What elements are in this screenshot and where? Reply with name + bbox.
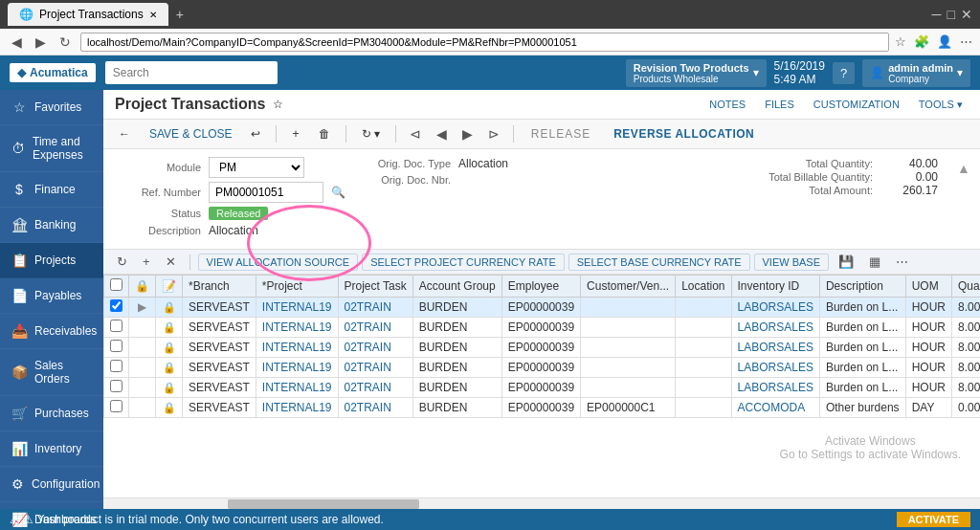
row-project[interactable]: INTERNAL19 xyxy=(256,318,338,338)
undo-button[interactable]: ↩ xyxy=(243,124,268,144)
new-tab-button[interactable]: + xyxy=(176,7,184,22)
first-record-button[interactable]: ⊲ xyxy=(404,123,427,144)
tab-close-button[interactable]: ✕ xyxy=(149,10,157,20)
row-task[interactable]: 02TRAIN xyxy=(338,378,412,398)
row-checkbox[interactable] xyxy=(110,380,122,392)
row-checkbox-cell[interactable] xyxy=(104,378,129,398)
refresh-button[interactable]: ↻ ▾ xyxy=(354,124,388,144)
col-header-task[interactable]: Project Task xyxy=(338,276,412,298)
back-nav-button[interactable]: ← xyxy=(111,124,138,144)
ref-number-search-icon[interactable]: 🔍 xyxy=(331,186,345,199)
project-currency-rate-button[interactable]: SELECT PROJECT CURRENCY RATE xyxy=(362,254,565,271)
search-input[interactable] xyxy=(105,61,278,84)
sidebar-item-configuration[interactable]: ⚙ Configuration xyxy=(0,467,103,502)
activate-button[interactable]: ACTIVATE xyxy=(897,512,970,527)
row-project[interactable]: INTERNAL19 xyxy=(256,398,338,418)
row-inventory[interactable]: LABORSALES xyxy=(731,338,819,358)
more-options-icon[interactable]: ⋯ xyxy=(890,253,914,271)
prev-record-button[interactable]: ◀ xyxy=(431,123,453,144)
table-row[interactable]: 🔒 SERVEAST INTERNAL19 02TRAIN BURDEN EP0… xyxy=(104,338,981,358)
row-checkbox-cell[interactable] xyxy=(104,398,129,418)
row-task[interactable]: 02TRAIN xyxy=(338,338,412,358)
table-row[interactable]: 🔒 SERVEAST INTERNAL19 02TRAIN BURDEN EP0… xyxy=(104,318,981,338)
row-checkbox-cell[interactable] xyxy=(104,318,129,338)
sidebar-item-time-expenses[interactable]: ⏱ Time and Expenses xyxy=(0,125,103,172)
row-checkbox[interactable] xyxy=(110,340,122,352)
col-header-customer[interactable]: Customer/Ven... xyxy=(581,276,676,298)
table-row[interactable]: 🔒 SERVEAST INTERNAL19 02TRAIN BURDEN EP0… xyxy=(104,398,981,418)
col-header-inventory[interactable]: Inventory ID xyxy=(731,276,819,298)
row-inventory[interactable]: LABORSALES xyxy=(731,358,819,378)
row-checkbox-cell[interactable] xyxy=(104,298,129,318)
address-bar[interactable] xyxy=(80,33,889,52)
tools-button[interactable]: TOOLS ▾ xyxy=(913,97,969,113)
save-close-button[interactable]: SAVE & CLOSE xyxy=(142,124,239,144)
reverse-allocation-button[interactable]: REVERSE ALLOCATION xyxy=(604,124,764,144)
profile-icon[interactable]: 👤 xyxy=(937,34,952,49)
user-menu[interactable]: 👤 admin admin Company ▾ xyxy=(862,59,970,87)
col-header-employee[interactable]: Employee xyxy=(501,276,580,298)
row-checkbox[interactable] xyxy=(110,299,122,312)
row-checkbox-cell[interactable] xyxy=(104,338,129,358)
row-expand-cell[interactable] xyxy=(129,378,156,398)
sidebar-item-sales-orders[interactable]: 📦 Sales Orders xyxy=(0,349,103,396)
col-header-description[interactable]: Description xyxy=(819,276,905,298)
row-task[interactable]: 02TRAIN xyxy=(338,398,412,418)
col-header-account-group[interactable]: Account Group xyxy=(412,276,501,298)
row-task[interactable]: 02TRAIN xyxy=(338,298,412,318)
last-record-button[interactable]: ⊳ xyxy=(482,123,505,144)
table-row[interactable]: 🔒 SERVEAST INTERNAL19 02TRAIN BURDEN EP0… xyxy=(104,358,981,378)
add-button[interactable]: + xyxy=(284,124,306,144)
sidebar-item-finance[interactable]: $ Finance xyxy=(0,172,103,208)
sidebar-item-favorites[interactable]: ☆ Favorites xyxy=(0,90,103,125)
extensions-icon[interactable]: 🧩 xyxy=(914,34,929,49)
table-row[interactable]: 🔒 SERVEAST INTERNAL19 02TRAIN BURDEN EP0… xyxy=(104,378,981,398)
row-expand-cell[interactable]: ▶ xyxy=(129,298,156,318)
col-header-quantity[interactable]: Quantit xyxy=(951,276,980,298)
grid-view-icon[interactable]: ▦ xyxy=(863,253,886,271)
sidebar-item-payables[interactable]: 📄 Payables xyxy=(0,278,103,314)
row-inventory[interactable]: LABORSALES xyxy=(731,378,819,398)
sidebar-item-projects[interactable]: 📋 Projects xyxy=(0,243,103,278)
row-expand-cell[interactable] xyxy=(129,318,156,338)
row-expand-cell[interactable] xyxy=(129,398,156,418)
bookmark-icon[interactable]: ☆ xyxy=(895,34,906,49)
page-star-icon[interactable]: ☆ xyxy=(273,98,283,111)
grid-delete-button[interactable]: ✕ xyxy=(160,253,182,271)
browser-tab[interactable]: 🌐 Project Transactions ✕ xyxy=(8,3,168,26)
horizontal-scrollbar[interactable] xyxy=(103,497,980,509)
col-header-project[interactable]: *Project xyxy=(256,276,338,298)
row-expand-cell[interactable] xyxy=(129,358,156,378)
help-button[interactable]: ? xyxy=(833,62,855,84)
sidebar-item-receivables[interactable]: 📥 Receivables xyxy=(0,314,103,349)
row-project[interactable]: INTERNAL19 xyxy=(256,338,338,358)
customization-button[interactable]: CUSTOMIZATION xyxy=(808,97,905,113)
back-button[interactable]: ◀ xyxy=(8,33,26,52)
row-checkbox[interactable] xyxy=(110,360,122,372)
sidebar-item-purchases[interactable]: 🛒 Purchases xyxy=(0,396,103,431)
save-layout-icon[interactable]: 💾 xyxy=(833,253,859,271)
module-select[interactable]: PM xyxy=(209,157,304,178)
files-button[interactable]: FILES xyxy=(759,97,800,113)
row-task[interactable]: 02TRAIN xyxy=(338,358,412,378)
delete-button[interactable]: 🗑 xyxy=(311,124,338,144)
row-project[interactable]: INTERNAL19 xyxy=(256,378,338,398)
revision-selector[interactable]: Revision Two Products Products Wholesale… xyxy=(626,59,767,87)
notes-button[interactable]: NOTES xyxy=(703,97,751,113)
sidebar-item-inventory[interactable]: 📊 Inventory xyxy=(0,431,103,467)
sidebar-item-banking[interactable]: 🏦 Banking xyxy=(0,208,103,243)
settings-icon[interactable]: ⋯ xyxy=(960,34,972,49)
grid-refresh-button[interactable]: ↻ xyxy=(111,253,133,271)
next-record-button[interactable]: ▶ xyxy=(457,123,479,144)
grid-add-button[interactable]: + xyxy=(137,253,156,271)
row-project[interactable]: INTERNAL19 xyxy=(256,358,338,378)
row-project[interactable]: INTERNAL19 xyxy=(256,298,338,318)
col-header-location[interactable]: Location xyxy=(676,276,731,298)
forward-button[interactable]: ▶ xyxy=(32,33,50,52)
row-inventory[interactable]: ACCOMODA xyxy=(731,398,819,418)
select-all-checkbox[interactable] xyxy=(110,278,122,291)
view-allocation-source-button[interactable]: VIEW ALLOCATION SOURCE xyxy=(198,254,359,271)
minimize-button[interactable]: ─ xyxy=(932,7,942,22)
maximize-button[interactable]: □ xyxy=(947,7,955,22)
ref-number-input[interactable] xyxy=(209,182,323,203)
